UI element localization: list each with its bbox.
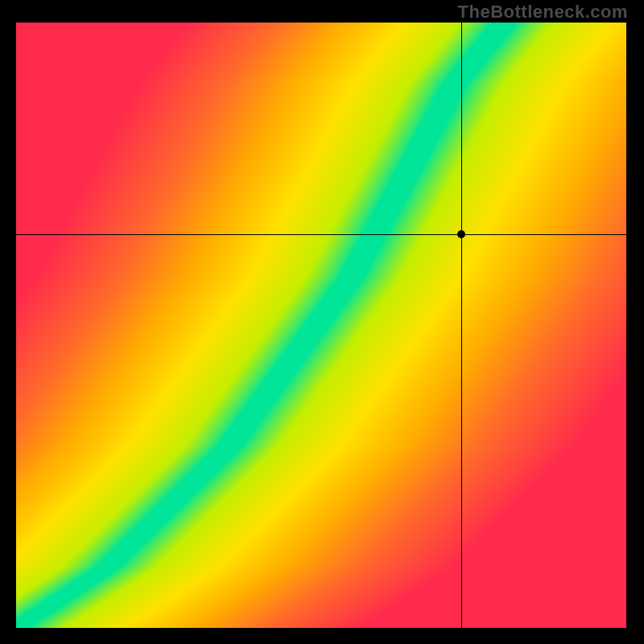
heatmap-canvas [16, 23, 626, 628]
crosshair-marker [457, 230, 465, 238]
chart-frame: TheBottleneck.com [0, 0, 644, 644]
heatmap-plot-area [16, 23, 626, 628]
crosshair-horizontal [16, 234, 626, 235]
watermark-text: TheBottleneck.com [458, 2, 628, 23]
crosshair-vertical [461, 23, 462, 628]
